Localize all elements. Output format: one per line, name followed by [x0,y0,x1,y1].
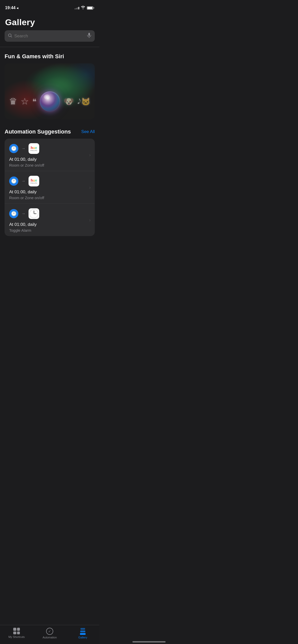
search-icon [8,34,12,39]
clock-app-icon [29,208,39,219]
hue-u: u [33,179,35,182]
arrow-icon: → [21,211,25,216]
status-time: 19:44 ◂ [5,6,18,10]
page-title-section: Gallery [0,12,99,30]
siri-orb [40,91,60,112]
status-icons [75,6,94,10]
hue-philips: PHILIPS [31,182,37,184]
suggestion-desc: Room or Zone on/off [9,196,90,200]
star-icon: ☆ [21,96,29,107]
banner-title: Fun & Games with Siri [5,53,95,60]
svg-rect-1 [88,33,90,36]
hue-u: u [33,146,35,150]
location-icon: ◂ [17,6,18,10]
status-bar: 19:44 ◂ [0,0,99,12]
crown-icon: ♛ [9,96,17,107]
trigger-row: 🕐 → h u e PHILIPS [9,143,90,154]
suggestions-card: 🕐 → h u e PHILIPS At 01:00, daily Room o… [5,139,95,236]
suggestion-desc: Room or Zone on/off [9,163,90,167]
hue-e: e [35,146,37,150]
banner-icons: ♛ ☆ ❝ 🐶 𝅘𝅥𝅮 🐱 [5,86,95,119]
banner-card[interactable]: ♛ ☆ ❝ 🐶 𝅘𝅥𝅮 🐱 [5,63,95,119]
hue-h: h [31,179,33,182]
hue-h: h [31,146,33,150]
clock-face [29,209,38,218]
trigger-row: 🕐 → h u e PHILIPS [9,176,90,186]
search-bar[interactable] [5,30,95,42]
search-input[interactable] [14,34,85,39]
suggestion-item[interactable]: 🕐 → h u e PHILIPS At 01:00, daily Room o… [5,139,95,171]
page-title: Gallery [5,17,94,27]
suggestion-item[interactable]: 🕐 → h u e PHILIPS At 01:00, daily Room o… [5,171,95,203]
hue-app-icon: h u e PHILIPS [29,143,39,154]
suggestion-title: At 01:00, daily [9,157,90,162]
suggestion-title: At 01:00, daily [9,222,90,227]
wifi-icon [81,6,85,10]
suggestion-item[interactable]: 🕐 → At 01:00, daily Toggle Alarm › [5,203,95,236]
trigger-clock-icon: 🕐 [9,209,18,218]
see-all-button[interactable]: See All [81,129,95,134]
battery-indicator [87,6,94,10]
arrow-icon: → [21,179,25,183]
hue-philips: PHILIPS [31,150,37,151]
banner-section: Fun & Games with Siri ♛ ☆ ❝ 🐶 𝅘𝅥𝅮 🐱 [0,47,99,122]
quote-icon: ❝ [32,97,36,106]
suggestion-desc: Toggle Alarm [9,228,90,232]
arrow-icon: → [21,146,25,151]
trigger-clock-icon: 🕐 [9,177,18,186]
hue-app-icon: h u e PHILIPS [29,176,39,186]
chevron-right-icon: › [89,185,91,190]
suggestions-section: Automation Suggestions See All 🕐 → h u e… [0,122,99,236]
section-header: Automation Suggestions See All [5,128,95,135]
svg-point-0 [8,34,11,37]
chevron-right-icon: › [89,152,91,157]
dog-icon: 🐶 [64,97,74,106]
suggestion-title: At 01:00, daily [9,189,90,195]
trigger-row: 🕐 → [9,208,90,219]
section-title: Automation Suggestions [5,128,71,135]
chevron-right-icon: › [89,217,91,223]
trigger-clock-icon: 🕐 [9,144,18,153]
cat-icon: 🐱 [81,97,90,106]
hue-e: e [35,179,37,182]
signal-bars [75,6,79,9]
mic-icon[interactable] [87,33,91,39]
